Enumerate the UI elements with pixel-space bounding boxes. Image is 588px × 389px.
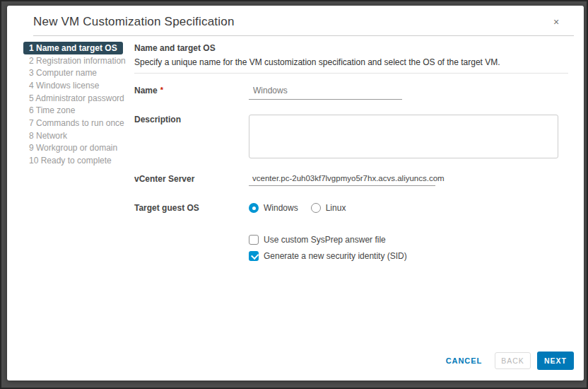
step-time-zone[interactable]: 6 Time zone (23, 104, 81, 117)
generate-sid-checkbox[interactable]: Generate a new security identity (SID) (249, 251, 407, 261)
target-guest-os-row: Target guest OS Windows Linux (134, 203, 568, 213)
vcenter-server-value: vcenter.pc-2uh03kf7lvgpmyo5r7hx.acvs.ali… (249, 174, 435, 186)
name-input[interactable] (249, 86, 402, 100)
step-workgroup-or-domain[interactable]: 9 Workgroup or domain (23, 142, 123, 155)
vcenter-server-label: vCenter Server (134, 174, 249, 184)
vcenter-server-row: vCenter Server vcenter.pc-2uh03kf7lvgpmy… (134, 174, 568, 186)
radio-windows[interactable]: Windows (249, 203, 298, 213)
content-subtitle: Specify a unique name for the VM customi… (134, 57, 568, 67)
wizard-steps-sidebar: 1 Name and target OS 2 Registration info… (23, 42, 134, 349)
radio-linux[interactable]: Linux (311, 203, 346, 213)
description-textarea[interactable] (249, 115, 558, 158)
cancel-button[interactable]: CANCEL (446, 356, 482, 365)
step-administrator-password[interactable]: 5 Administrator password (23, 92, 130, 105)
content-heading: Name and target OS (134, 43, 568, 53)
name-label: Name* (134, 86, 249, 95)
radio-unselected-icon (311, 203, 321, 213)
use-custom-sysprep-checkbox[interactable]: Use custom SysPrep answer file (249, 235, 386, 245)
next-button[interactable]: NEXT (537, 352, 574, 370)
step-name-and-target-os[interactable]: 1 Name and target OS (23, 42, 123, 54)
close-icon[interactable]: × (550, 16, 563, 28)
dialog-body: 1 Name and target OS 2 Registration info… (7, 36, 584, 349)
sysprep-checkbox-row: Use custom SysPrep answer file (134, 235, 568, 245)
step-commands-to-run-once[interactable]: 7 Commands to run once (23, 117, 130, 129)
dialog-footer: CANCEL BACK NEXT (7, 349, 584, 381)
step-content-panel: Name and target OS Specify a unique name… (134, 42, 584, 349)
checkbox-unchecked-icon (249, 235, 259, 245)
new-vm-customization-dialog: New VM Customization Specification × 1 N… (7, 6, 584, 381)
description-label: Description (134, 115, 249, 124)
step-ready-to-complete[interactable]: 10 Ready to complete (23, 154, 117, 167)
dialog-header: New VM Customization Specification × (7, 6, 584, 29)
step-windows-license[interactable]: 4 Windows license (23, 79, 105, 92)
name-row: Name* (134, 86, 568, 100)
target-os-radio-group: Windows Linux (249, 203, 346, 213)
content-divider (134, 73, 568, 74)
step-registration-information[interactable]: 2 Registration information (23, 54, 131, 67)
sid-checkbox-row: Generate a new security identity (SID) (134, 251, 568, 261)
dialog-title: New VM Customization Specification (33, 15, 574, 29)
step-network[interactable]: 8 Network (23, 129, 73, 142)
back-button[interactable]: BACK (495, 352, 531, 369)
checkbox-checked-icon (249, 251, 259, 261)
description-row: Description (134, 115, 568, 158)
radio-selected-icon (249, 203, 259, 213)
step-computer-name[interactable]: 3 Computer name (23, 66, 102, 79)
target-guest-os-label: Target guest OS (134, 203, 249, 213)
required-asterisk: * (160, 86, 163, 94)
modal-backdrop: New VM Customization Specification × 1 N… (0, 0, 588, 389)
